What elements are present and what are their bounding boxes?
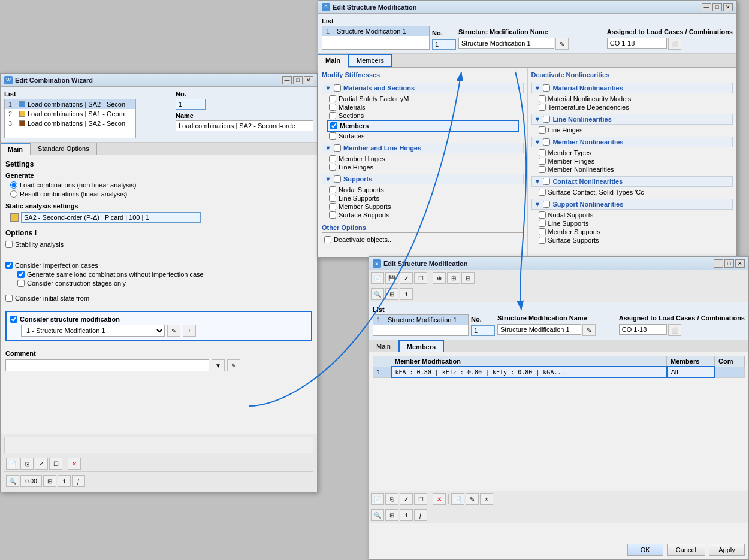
sm-mem-list[interactable]: 1 Structure Modification 1 [373,314,469,336]
sm-mem-ok-btn[interactable]: OK [627,544,663,556]
sm-mem-tool-b2[interactable]: ✎ [466,493,479,505]
struct-mod-dropdown[interactable]: 1 - Structure Modification 1 [21,325,165,337]
cb-same-load[interactable] [17,271,25,278]
sm-members-tool-new[interactable]: 📄 [371,272,384,284]
sm-member-nonlin-nl-cb[interactable] [539,166,546,173]
sm-mem-tab-members[interactable]: Members [398,340,444,352]
sm-mem-name-edit[interactable]: ✎ [582,324,596,336]
sm-line-nonlin-header[interactable]: ▼ Line Nonlinearities [531,114,733,125]
sm-mem-tool-b3[interactable]: × [480,493,493,505]
sm-line-supports-nl-cb[interactable] [539,220,546,227]
sm-materials-cb[interactable] [334,84,341,92]
combo-list-item-1[interactable]: 1 Load combinations | SA2 - Secon [5,99,135,109]
combo-tool-fn[interactable]: ƒ [72,475,85,487]
sm-mem-tool-new[interactable]: 📄 [371,493,384,505]
combo-wizard-minimize[interactable]: — [282,76,292,84]
sm-member-hinges-nl-cb[interactable] [539,158,546,165]
combo-comment-edit-btn[interactable]: ✎ [227,359,240,371]
sm-mem-tool-copy[interactable]: ⎘ [385,493,398,505]
sm-support-nonlin-header[interactable]: ▼ Support Nonlinearities [531,199,733,210]
sm-member-nonlin-header[interactable]: ▼ Member Nonlinearities [531,137,733,147]
sm-member-hinges-cb2[interactable] [329,155,336,162]
combo-name-input[interactable] [176,120,313,131]
sm-member-types-cb[interactable] [539,149,546,156]
sm-mem-tool-fn2[interactable]: ƒ [414,509,427,521]
sm-mat-models-cb[interactable] [539,95,546,102]
combo-list[interactable]: 1 Load combinations | SA2 - Secon 2 Load… [4,99,136,138]
sm-member-hinges-cb[interactable] [334,144,341,152]
sm-temp-dep-cb[interactable] [539,104,546,111]
sm-surface-supports-cb[interactable] [329,211,336,219]
sm-partial-safety-cb[interactable] [329,95,336,102]
sm-mat-nonlin-header[interactable]: ▼ Material Nonlinearities [531,83,733,93]
sm-sections-cb[interactable] [329,112,336,119]
sm-main-tab-main[interactable]: Main [318,54,348,68]
sm-member-supports-cb[interactable] [329,203,336,210]
combo-radio-linear[interactable] [10,190,17,198]
sm-mem-cancel-btn[interactable]: Cancel [667,544,705,556]
sm-table-row1-mod[interactable]: kEA : 0.80 | kEIz : 0.80 | kEIy : 0.80 |… [391,367,667,377]
sm-mem-tool-grid2[interactable]: ⊞ [385,509,398,521]
combo-tool-copy[interactable]: ⎘ [20,458,34,470]
sm-line-hinges-nl-cb[interactable] [539,126,546,134]
sm-members-tool-check[interactable]: ✓ [400,272,413,284]
sm-members-tool-uncheck[interactable]: ☐ [414,272,427,284]
sm-support-nonlin-cb[interactable] [543,201,550,208]
sm-supports-cb[interactable] [334,175,341,183]
sm-members-tool-info[interactable]: ℹ [400,288,413,300]
combo-wizard-maximize[interactable]: □ [293,76,303,84]
sm-main-list-item-1[interactable]: 1 Structure Modification 1 [322,26,429,36]
sm-mem-name-input[interactable] [497,324,581,335]
combo-tool-grid[interactable]: ⊞ [43,475,56,487]
combo-tool-check[interactable]: ✓ [35,458,48,470]
cb-imperfection[interactable] [5,262,13,269]
sm-deactivate-cb[interactable] [324,236,331,243]
combo-no-input[interactable] [176,99,206,110]
sm-members-tool-grid[interactable]: ⊞ [385,288,398,300]
sm-mem-assigned-input[interactable] [619,324,667,335]
combo-radio-nonlinear[interactable] [10,181,17,189]
combo-tab-main[interactable]: Main [1,143,31,155]
cb-stability[interactable] [5,241,13,248]
struct-mod-main-minimize[interactable]: — [702,3,711,11]
combo-wizard-close[interactable]: ✕ [304,76,313,84]
sm-main-assigned-btn[interactable]: ⬜ [668,38,681,50]
combo-comment-input[interactable] [5,359,209,371]
sm-mem-no-input[interactable] [471,325,495,336]
sm-materials-cb2[interactable] [329,104,336,111]
sm-materials-header[interactable]: ▼ Materials and Sections [322,83,524,93]
table-row[interactable]: 1 kEA : 0.80 | kEIz : 0.80 | kEIy : 0.80… [373,367,745,377]
struct-mod-add-btn[interactable]: + [183,325,196,337]
struct-mod-main-close[interactable]: ✕ [723,3,733,11]
sm-mem-list-item-1[interactable]: 1 Structure Modification 1 [373,315,468,325]
sm-member-supports-nl-cb[interactable] [539,228,546,235]
sm-main-name-edit[interactable]: ✎ [555,38,569,50]
sm-main-list[interactable]: 1 Structure Modification 1 [322,26,430,50]
combo-list-item-3[interactable]: 3 Load combinations | SA2 - Secon [5,119,135,128]
combo-tool-delete[interactable]: ✕ [68,458,81,470]
combo-tool-zoom[interactable]: 🔍 [6,475,19,487]
sm-members-tool-zoom[interactable]: 🔍 [371,288,384,300]
cb-construction[interactable] [17,280,25,287]
sm-mem-tool-delete[interactable]: ✕ [433,493,446,505]
sm-mem-apply-btn[interactable]: Apply [709,544,745,556]
combo-comment-btn[interactable]: ▼ [212,359,225,371]
sm-mem-assigned-btn[interactable]: ⬜ [668,324,681,336]
sm-supports-header[interactable]: ▼ Supports [322,174,524,184]
sm-line-nonlin-cb[interactable] [543,116,550,123]
combo-tool-new[interactable]: 📄 [6,458,19,470]
combo-tool-field1[interactable]: 0.00 [20,475,42,487]
sm-member-hinges-header[interactable]: ▼ Member and Line Hinges [322,143,524,153]
sm-surfaces-cb[interactable] [329,132,336,140]
cb-struct-mod[interactable] [10,316,17,323]
sm-line-hinges-cb[interactable] [329,164,336,171]
sm-nodal-supports-cb[interactable] [329,186,336,193]
sm-members-tool-x2[interactable]: ⊞ [447,272,460,284]
combo-scroll-area[interactable] [4,437,313,453]
struct-mod-members-maximize[interactable]: □ [724,259,734,268]
sm-mat-nonlin-cb[interactable] [543,84,550,92]
sm-members-tool-x1[interactable]: ⊕ [433,272,446,284]
sm-member-nonlin-cb[interactable] [543,138,550,146]
combo-tool-uncheck[interactable]: ☐ [49,458,62,470]
sm-mem-tab-main[interactable]: Main [369,340,398,352]
